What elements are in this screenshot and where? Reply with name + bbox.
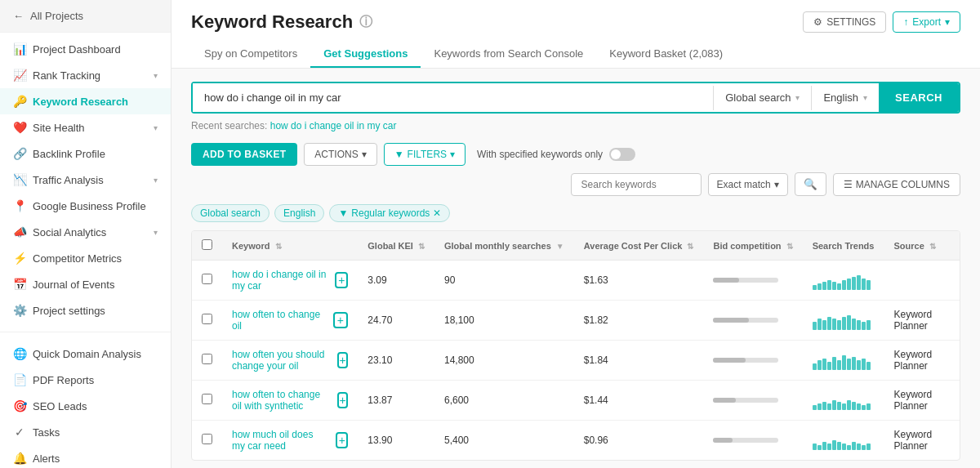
help-icon[interactable]: ⓘ — [359, 14, 372, 31]
select-all-checkbox[interactable] — [202, 239, 212, 250]
add-to-basket-icon[interactable]: + — [335, 272, 348, 288]
sidebar-main-section: 📊 Project Dashboard 📈 Rank Tracking ▾ 🔑 … — [0, 33, 171, 327]
sidebar-item-project-settings[interactable]: ⚙️ Project settings — [0, 297, 171, 323]
sidebar-item-label: Keyword Research — [33, 96, 128, 108]
trend-bar — [832, 440, 836, 450]
trend-bar — [827, 403, 831, 410]
monthly-searches-column-header[interactable]: Global monthly searches ▼ — [434, 231, 574, 261]
sidebar-item-project-dashboard[interactable]: 📊 Project Dashboard — [0, 36, 171, 62]
specified-keywords-toggle[interactable] — [609, 148, 635, 161]
keyword-link[interactable]: how do i change oil in my car — [232, 269, 327, 292]
row-checkbox[interactable] — [202, 314, 212, 324]
add-to-basket-icon[interactable]: + — [336, 432, 348, 448]
social-analytics-icon: 📣 — [13, 225, 26, 238]
sidebar-item-traffic-analysis[interactable]: 📉 Traffic Analysis ▾ — [0, 167, 171, 193]
sort-icon: ⇅ — [929, 242, 936, 251]
export-button[interactable]: ↑ Export ▾ — [893, 11, 960, 33]
sidebar-item-backlink-profile[interactable]: 🔗 Backlink Profile — [0, 140, 171, 167]
sidebar-item-label: Site Health — [33, 122, 85, 134]
manage-columns-button[interactable]: ☰ MANAGE COLUMNS — [833, 173, 960, 196]
recent-search-link[interactable]: how do i change oil in my car — [270, 120, 397, 131]
avg-cost-column-header[interactable]: Average Cost Per Click ⇅ — [574, 231, 704, 261]
source-column-header[interactable]: Source ⇅ — [884, 231, 960, 261]
sidebar-item-journal-events[interactable]: 📅 Journal of Events — [0, 271, 171, 297]
trend-bar — [847, 315, 851, 330]
exact-match-dropdown[interactable]: Exact match ▾ — [708, 173, 788, 196]
global-kei-column-header[interactable]: Global KEI ⇅ — [358, 231, 434, 261]
chevron-down-icon: ▾ — [450, 149, 455, 160]
search-trends-column-header: Search Trends — [803, 231, 884, 261]
row-checkbox[interactable] — [202, 434, 212, 444]
sidebar-item-social-analytics[interactable]: 📣 Social Analytics ▾ — [0, 219, 171, 245]
sidebar-item-site-health[interactable]: ❤️ Site Health ▾ — [0, 114, 171, 140]
keyword-link[interactable]: how often to change oil — [232, 309, 325, 332]
tab-search-console[interactable]: Keywords from Search Console — [421, 41, 596, 68]
trend-bar — [822, 282, 826, 290]
keyword-search-input[interactable] — [193, 83, 713, 112]
trend-bar — [837, 320, 841, 330]
sidebar-item-alerts[interactable]: 🔔 Alerts — [0, 445, 171, 468]
bid-competition-column-header[interactable]: Bid competition ⇅ — [703, 231, 802, 261]
row-checkbox[interactable] — [202, 354, 212, 364]
keyword-column-header[interactable]: Keyword ⇅ — [222, 231, 358, 261]
filter-tags: Global search English ▼ Regular keywords… — [191, 204, 960, 222]
trend-bar — [866, 362, 871, 370]
avg-cost-cell: $1.44 — [574, 381, 704, 421]
settings-button[interactable]: ⚙ SETTINGS — [803, 11, 886, 33]
tag-close-icon[interactable]: ✕ — [433, 207, 441, 219]
global-kei-cell: 24.70 — [358, 301, 434, 341]
add-to-basket-button[interactable]: ADD TO BASKET — [191, 143, 297, 166]
tab-get-suggestions[interactable]: Get Suggestions — [310, 41, 421, 68]
toggle-label: With specified keywords only — [477, 148, 635, 161]
all-projects-link[interactable]: ← All Projects — [0, 0, 171, 33]
trend-bar — [827, 280, 831, 290]
add-to-basket-icon[interactable]: + — [333, 312, 349, 328]
export-icon: ↑ — [903, 16, 908, 28]
keyword-link[interactable]: how often you should change your oil — [232, 349, 329, 372]
search-icon: 🔍 — [804, 178, 817, 190]
sidebar-item-tasks[interactable]: ✓ Tasks — [0, 419, 171, 445]
seo-leads-icon: 🎯 — [13, 399, 26, 412]
sidebar-item-label: Rank Tracking — [33, 69, 100, 82]
sidebar-item-label: Backlink Profile — [33, 148, 105, 160]
actions-button[interactable]: ACTIONS ▾ — [304, 143, 376, 166]
trend-bar — [866, 280, 871, 290]
row-checkbox[interactable] — [202, 394, 212, 404]
monthly-searches-cell: 5,400 — [434, 421, 574, 461]
global-search-dropdown[interactable]: Global search ▾ — [714, 91, 811, 104]
keyword-link[interactable]: how often to change oil with synthetic — [232, 389, 329, 412]
add-to-basket-icon[interactable]: + — [337, 392, 349, 408]
competitor-metrics-icon: ⚡ — [13, 252, 26, 265]
sidebar-item-google-business[interactable]: 📍 Google Business Profile — [0, 193, 171, 219]
keywords-table-wrap: Keyword ⇅ Global KEI ⇅ Global monthly se… — [191, 230, 960, 461]
search-button[interactable]: SEARCH — [879, 83, 959, 112]
filters-button[interactable]: ▼ FILTERS ▾ — [384, 143, 466, 166]
sidebar-item-pdf-reports[interactable]: 📄 PDF Reports — [0, 367, 171, 393]
tab-spy-competitors[interactable]: Spy on Competitors — [191, 41, 310, 68]
sidebar-item-competitor-metrics[interactable]: ⚡ Competitor Metrics — [0, 245, 171, 271]
toggle-knob — [611, 149, 621, 159]
sidebar-item-quick-domain[interactable]: 🌐 Quick Domain Analysis — [0, 341, 171, 367]
add-to-basket-icon[interactable]: + — [337, 352, 349, 368]
chevron-down-icon: ▾ — [774, 179, 779, 190]
sidebar-item-keyword-research[interactable]: 🔑 Keyword Research — [0, 88, 171, 114]
keyword-link[interactable]: how much oil does my car need — [232, 429, 327, 452]
sidebar-item-seo-leads[interactable]: 🎯 SEO Leads — [0, 393, 171, 419]
search-keywords-input[interactable] — [571, 173, 702, 196]
rank-tracking-icon: 📈 — [13, 69, 26, 82]
source-cell: Keyword Planner — [884, 301, 960, 341]
sidebar-item-rank-tracking[interactable]: 📈 Rank Tracking ▾ — [0, 62, 171, 88]
trend-bar — [813, 285, 817, 290]
trend-bar — [832, 319, 836, 330]
trend-bar — [817, 360, 822, 370]
trend-bar — [813, 405, 817, 410]
row-checkbox[interactable] — [202, 274, 212, 284]
sidebar-item-left: 📉 Traffic Analysis — [13, 173, 104, 186]
sidebar-item-left: 🎯 SEO Leads — [13, 399, 87, 412]
trend-bar — [837, 402, 841, 410]
trend-bar — [852, 357, 856, 370]
language-dropdown[interactable]: English ▾ — [812, 91, 879, 104]
tab-keyword-basket[interactable]: Keyword Basket (2,083) — [596, 41, 736, 68]
search-go-button[interactable]: 🔍 — [795, 172, 826, 196]
trend-bar — [857, 320, 861, 330]
